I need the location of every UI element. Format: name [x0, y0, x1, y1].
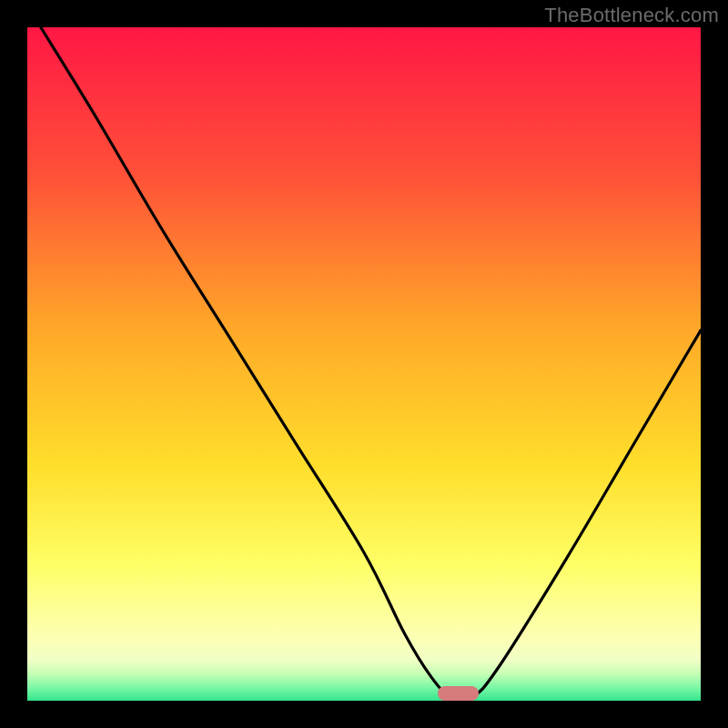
plot-area [27, 27, 701, 701]
watermark-label: TheBottleneck.com [544, 4, 719, 27]
optimal-marker [438, 686, 478, 701]
bottleneck-curve [27, 27, 701, 701]
chart-frame: TheBottleneck.com [0, 0, 728, 728]
